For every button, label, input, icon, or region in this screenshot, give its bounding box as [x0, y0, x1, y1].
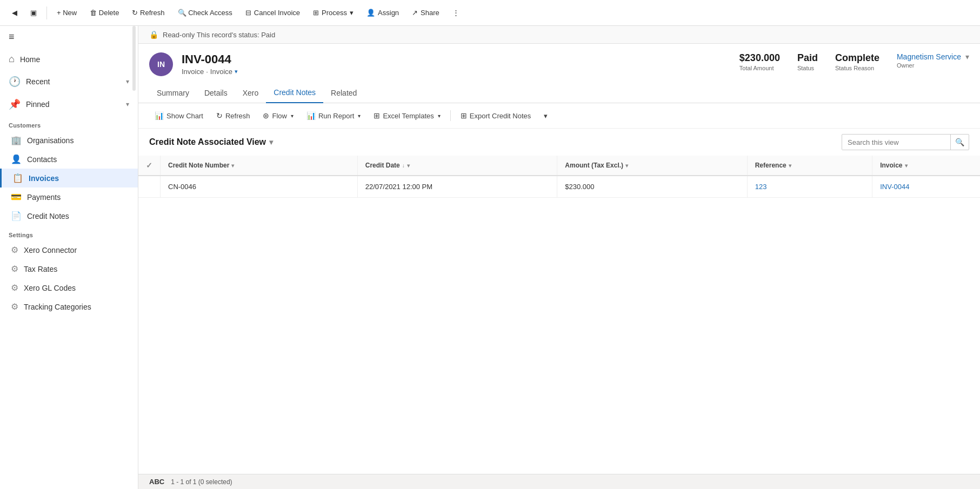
- tab-xero[interactable]: Xero: [235, 83, 266, 103]
- show-chart-button[interactable]: 📊 Show Chart: [149, 109, 209, 123]
- sidebar-item-xero-gl-codes[interactable]: ⚙ Xero GL Codes: [0, 278, 138, 297]
- pinned-chevron-icon: ▾: [126, 101, 129, 108]
- excel-templates-icon: ⊞: [374, 111, 380, 120]
- sidebar-item-pinned[interactable]: 📌 Pinned ▾: [0, 93, 138, 116]
- meta-status: Paid Status: [797, 52, 818, 71]
- tab-details[interactable]: Details: [197, 83, 235, 103]
- sidebar-item-recent[interactable]: 🕐 Recent ▾: [0, 70, 138, 93]
- share-button[interactable]: ↗ Share: [406, 5, 445, 20]
- assign-button[interactable]: 👤 Assign: [361, 5, 404, 20]
- content-area: 🔒 Read-only This record's status: Paid I…: [138, 26, 980, 489]
- sidebar-item-organisations[interactable]: 🏢 Organisations: [0, 131, 138, 150]
- tax-rates-icon: ⚙: [11, 264, 18, 274]
- status-reason-value: Complete: [835, 52, 879, 64]
- owner-chevron-icon[interactable]: ▾: [965, 52, 969, 61]
- excel-templates-button[interactable]: ⊞ Excel Templates ▾: [368, 109, 445, 123]
- sub-refresh-button[interactable]: ↻ Refresh: [211, 109, 256, 123]
- row-reference-cell[interactable]: 123: [747, 176, 872, 198]
- view-title-dropdown-icon[interactable]: ▾: [269, 138, 273, 146]
- status-value: Paid: [797, 52, 818, 64]
- toolbar-sep-1: [46, 6, 47, 19]
- invoice-dropdown-icon[interactable]: ▾: [905, 163, 908, 169]
- view-title: Credit Note Associated View ▾: [149, 137, 273, 147]
- tab-credit-notes[interactable]: Credit Notes: [266, 83, 323, 103]
- search-input[interactable]: [842, 135, 950, 150]
- credit-date-dropdown-icon[interactable]: ▾: [407, 163, 410, 169]
- subtitle-chevron-icon[interactable]: ▾: [235, 68, 238, 75]
- sidebar-item-home[interactable]: ⌂ Home: [0, 48, 138, 70]
- select-all-checkbox[interactable]: ✓: [146, 161, 152, 170]
- record-meta: $230.000 Total Amount Paid Status Comple…: [739, 52, 969, 71]
- row-invoice-cell[interactable]: INV-0044: [872, 176, 980, 198]
- delete-button[interactable]: 🗑 Delete: [84, 5, 124, 20]
- flow-button[interactable]: ⊛ Flow ▾: [257, 109, 298, 123]
- xero-gl-codes-icon: ⚙: [11, 283, 18, 293]
- export-icon: ⊞: [461, 111, 467, 120]
- readonly-text: Read-only This record's status: Paid: [163, 31, 275, 39]
- sidebar-item-credit-notes[interactable]: 📄 Credit Notes: [0, 206, 138, 225]
- page-icon: ▣: [30, 9, 37, 17]
- invoices-icon: 📋: [12, 173, 23, 183]
- export-chevron-button[interactable]: ▾: [538, 109, 553, 123]
- credit-notes-table: ✓ Credit Note Number ▾ Credit Date ↓: [138, 156, 980, 198]
- sidebar-item-contacts[interactable]: 👤 Contacts: [0, 150, 138, 169]
- sidebar-item-payments[interactable]: 💳 Payments: [0, 187, 138, 206]
- tab-related[interactable]: Related: [323, 83, 364, 103]
- export-credit-notes-button[interactable]: ⊞ Export Credit Notes: [455, 109, 536, 123]
- record-title: INV-0044: [182, 52, 731, 66]
- organisations-icon: 🏢: [11, 135, 22, 145]
- record-title-area: INV-0044 Invoice · Invoice ▾: [182, 52, 731, 76]
- tab-summary[interactable]: Summary: [149, 83, 197, 103]
- credit-date-header: Credit Date ↓ ▾: [357, 156, 557, 176]
- back-icon: ◀: [12, 9, 17, 17]
- sidebar-item-xero-connector[interactable]: ⚙ Xero Connector: [0, 240, 138, 259]
- page-icon-button[interactable]: ▣: [25, 5, 42, 20]
- sub-toolbar: 📊 Show Chart ↻ Refresh ⊛ Flow ▾ 📊 Run Re…: [138, 103, 980, 129]
- xero-connector-icon: ⚙: [11, 245, 18, 255]
- run-report-button[interactable]: 📊 Run Report ▾: [301, 109, 366, 123]
- new-button[interactable]: + New: [51, 5, 82, 20]
- process-chevron-icon: ▾: [350, 9, 354, 17]
- sidebar-item-invoices[interactable]: 📋 Invoices: [0, 169, 138, 187]
- main-toolbar: ◀ ▣ + New 🗑 Delete ↻ Refresh 🔍 Check Acc…: [0, 0, 980, 26]
- check-access-button[interactable]: 🔍 Check Access: [172, 5, 238, 20]
- record-subtitle: Invoice · Invoice ▾: [182, 68, 731, 76]
- credit-notes-icon: 📄: [11, 211, 22, 221]
- tabs-bar: Summary Details Xero Credit Notes Relate…: [138, 83, 980, 103]
- refresh-button[interactable]: ↻ Refresh: [126, 5, 170, 20]
- assign-icon: 👤: [366, 9, 375, 17]
- sidebar-menu-button[interactable]: ≡: [0, 26, 138, 48]
- reference-dropdown-icon[interactable]: ▾: [789, 163, 791, 169]
- owner-value[interactable]: Magnetism Service: [897, 52, 961, 61]
- table-header-row: ✓ Credit Note Number ▾ Credit Date ↓: [138, 156, 980, 176]
- process-button[interactable]: ⊞ Process ▾: [308, 5, 359, 20]
- show-chart-icon: 📊: [155, 111, 164, 120]
- recent-chevron-icon: ▾: [126, 78, 129, 85]
- back-button[interactable]: ◀: [6, 5, 23, 20]
- run-report-chevron-icon: ▾: [358, 113, 361, 119]
- sidebar-item-tax-rates[interactable]: ⚙ Tax Rates: [0, 259, 138, 278]
- amount-tax-excl-header: Amount (Tax Excl.) ▾: [557, 156, 747, 176]
- status-label: Status: [797, 65, 818, 71]
- table-row: CN-0046 22/07/2021 12:00 PM $230.000 123…: [138, 176, 980, 198]
- sidebar-item-tracking-categories[interactable]: ⚙ Tracking Categories: [0, 297, 138, 316]
- scroll-indicator: [132, 26, 136, 91]
- footer: ABC 1 - 1 of 1 (0 selected): [138, 474, 980, 489]
- total-amount-value: $230.000: [739, 52, 780, 64]
- table-container: ✓ Credit Note Number ▾ Credit Date ↓: [138, 156, 980, 474]
- credit-note-number-dropdown-icon[interactable]: ▾: [231, 163, 234, 169]
- view-header: Credit Note Associated View ▾ 🔍: [138, 129, 980, 156]
- credit-date-sort-icon[interactable]: ↓: [402, 163, 405, 169]
- status-reason-label: Status Reason: [835, 65, 879, 71]
- sub-refresh-icon: ↻: [216, 111, 223, 120]
- amount-dropdown-icon[interactable]: ▾: [625, 163, 628, 169]
- cancel-invoice-button[interactable]: ⊟ Cancel Invoice: [240, 5, 305, 20]
- footer-abc-label[interactable]: ABC: [149, 478, 164, 486]
- search-box: 🔍: [842, 134, 969, 150]
- reference-header: Reference ▾: [747, 156, 872, 176]
- search-button[interactable]: 🔍: [950, 135, 969, 150]
- row-amount-cell: $230.000: [557, 176, 747, 198]
- tracking-categories-icon: ⚙: [11, 302, 18, 312]
- row-credit-date-cell: 22/07/2021 12:00 PM: [357, 176, 557, 198]
- more-button[interactable]: ⋮: [447, 5, 465, 20]
